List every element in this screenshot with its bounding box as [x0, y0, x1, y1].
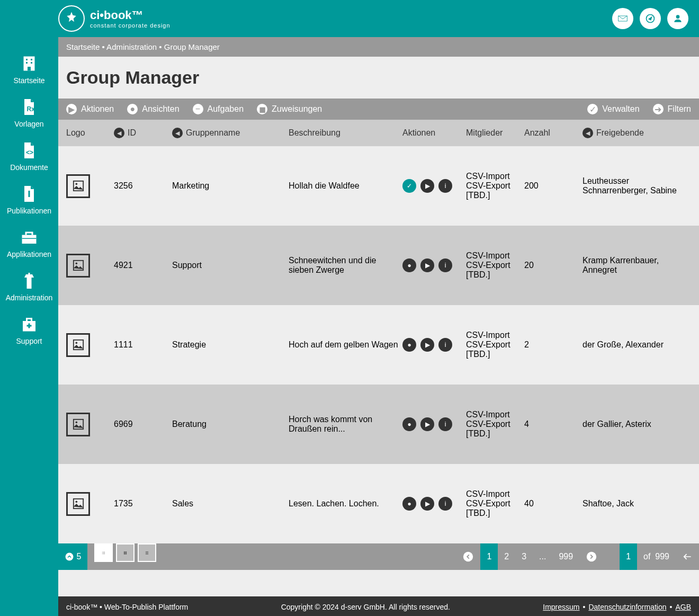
row-info-button[interactable]: i: [438, 179, 452, 193]
sidebar-item-dokumente[interactable]: <> Dokumente: [0, 135, 58, 178]
page-go-button[interactable]: [676, 543, 699, 570]
sidebar-item-vorlagen[interactable]: Rx Vorlagen: [0, 91, 58, 135]
check-icon: ✓: [587, 104, 598, 114]
svg-point-19: [75, 183, 77, 185]
cell-approver: der Große, Alexander: [582, 340, 688, 350]
action-toolbar: ▶Aktionen ●Ansichten −Aufgaben ◼Zuweisun…: [58, 99, 699, 120]
app-header: ci•book™ constant corporate design: [0, 0, 699, 37]
row-check-button[interactable]: ●: [402, 497, 416, 511]
cell-count: 200: [524, 181, 582, 191]
row-check-button[interactable]: ✓: [402, 179, 416, 193]
cell-name: Marketing: [172, 181, 289, 191]
cell-count: 20: [524, 261, 582, 270]
cell-desc: Horch was kommt von Draußen rein...: [289, 415, 402, 434]
footer-link-datenschutz[interactable]: Datenschutzinformation: [588, 603, 666, 611]
page-number[interactable]: 999: [552, 543, 579, 570]
row-info-button[interactable]: i: [438, 497, 452, 511]
csv-export-link[interactable]: CSV-Export: [466, 499, 524, 508]
toolbar-aufgaben[interactable]: −Aufgaben: [193, 104, 244, 114]
col-header-id[interactable]: ◀ID: [114, 128, 172, 138]
row-check-button[interactable]: ●: [402, 258, 416, 272]
cell-desc: Lesen. Lachen. Lochen.: [289, 499, 402, 508]
cell-actions: ● ▶ i: [402, 497, 466, 511]
view-grid-icon[interactable]: [116, 543, 135, 562]
cell-desc: Hoch auf dem gelben Wagen: [289, 340, 402, 350]
csv-import-link[interactable]: CSV-Import: [466, 331, 524, 340]
breadcrumb[interactable]: Startseite • Administration • Group Mana…: [58, 37, 699, 57]
row-play-button[interactable]: ▶: [420, 258, 434, 272]
svg-point-23: [75, 342, 77, 344]
footer-link-agb[interactable]: AGB: [675, 603, 691, 611]
mail-icon[interactable]: [612, 8, 633, 29]
toolbar-verwalten[interactable]: ✓Verwalten: [587, 104, 639, 114]
svg-rect-12: [22, 238, 37, 239]
arrow-left-icon: ◀: [114, 128, 124, 138]
brand-title: ci•book™: [90, 8, 171, 22]
svg-point-39: [463, 552, 473, 561]
page-number[interactable]: 2: [498, 543, 515, 570]
csv-export-link[interactable]: CSV-Export: [466, 181, 524, 191]
row-info-button[interactable]: i: [438, 338, 452, 352]
svg-point-28: [66, 553, 74, 561]
user-icon[interactable]: [667, 8, 688, 29]
row-check-button[interactable]: ●: [402, 338, 416, 352]
svg-rect-32: [103, 553, 105, 553]
cell-actions: ● ▶ i: [402, 338, 466, 352]
minus-icon: −: [193, 104, 203, 114]
svg-rect-37: [146, 551, 148, 552]
csv-export-link[interactable]: CSV-Export: [466, 340, 524, 350]
cell-desc: Hollah die Waldfee: [289, 181, 402, 191]
toolbar-zuweisungen[interactable]: ◼Zuweisungen: [257, 104, 322, 114]
sidebar-item-administration[interactable]: Administration: [0, 265, 58, 308]
view-compact-icon[interactable]: [138, 543, 156, 562]
sidebar-item-publikationen[interactable]: Publikationen: [0, 178, 58, 221]
sidebar-item-startseite[interactable]: Startseite: [0, 48, 58, 91]
per-page-toggle[interactable]: 5: [58, 543, 87, 570]
row-info-button[interactable]: i: [438, 258, 452, 272]
view-list-icon[interactable]: [94, 543, 113, 562]
compass-icon[interactable]: [640, 8, 661, 29]
tbd-label: [TBD.]: [466, 191, 524, 200]
cell-logo: [66, 174, 114, 198]
cell-actions: ✓ ▶ i: [402, 179, 466, 193]
csv-import-link[interactable]: CSV-Import: [466, 251, 524, 261]
page-number[interactable]: 1: [480, 543, 498, 570]
cell-logo: [66, 254, 114, 278]
row-play-button[interactable]: ▶: [420, 179, 434, 193]
row-check-button[interactable]: ●: [402, 417, 416, 431]
cell-members: CSV-Import CSV-Export [TBD.]: [466, 172, 524, 200]
page-title: Group Manager: [58, 57, 699, 99]
col-header-name[interactable]: ◀Gruppenname: [172, 128, 289, 138]
toolbar-filtern[interactable]: ➜Filtern: [653, 104, 691, 114]
toolbar-aktionen[interactable]: ▶Aktionen: [66, 104, 114, 114]
image-placeholder-icon: [66, 254, 90, 278]
csv-import-link[interactable]: CSV-Import: [466, 410, 524, 419]
cell-id: 1111: [114, 340, 172, 350]
toolbar-ansichten[interactable]: ●Ansichten: [127, 104, 179, 114]
image-placeholder-icon: [66, 492, 90, 516]
row-play-button[interactable]: ▶: [420, 417, 434, 431]
brand-mark-icon: [58, 5, 85, 32]
footer-link-impressum[interactable]: Impressum: [543, 603, 579, 611]
page-prev-button[interactable]: [456, 543, 480, 570]
cell-id: 4921: [114, 261, 172, 270]
cell-actions: ● ▶ i: [402, 417, 466, 431]
bookmark-icon: ◼: [257, 104, 267, 114]
page-number[interactable]: 3: [515, 543, 533, 570]
sidebar-item-support[interactable]: Support: [0, 308, 58, 352]
sidebar-item-applikationen[interactable]: Applikationen: [0, 221, 58, 265]
row-play-button[interactable]: ▶: [420, 497, 434, 511]
cell-approver: der Gallier, Asterix: [582, 419, 688, 429]
page-next-button[interactable]: [579, 543, 604, 570]
row-info-button[interactable]: i: [438, 417, 452, 431]
csv-export-link[interactable]: CSV-Export: [466, 261, 524, 270]
page-current[interactable]: 1: [620, 543, 637, 570]
col-header-approver[interactable]: ◀Freigebende: [582, 128, 688, 138]
sidebar-label: Applikationen: [7, 250, 51, 258]
medical-kit-icon: [20, 315, 39, 334]
csv-export-link[interactable]: CSV-Export: [466, 419, 524, 429]
csv-import-link[interactable]: CSV-Import: [466, 172, 524, 181]
csv-import-link[interactable]: CSV-Import: [466, 489, 524, 499]
table-row: 4921 Support Schneewitchen und die siebe…: [58, 226, 699, 305]
row-play-button[interactable]: ▶: [420, 338, 434, 352]
